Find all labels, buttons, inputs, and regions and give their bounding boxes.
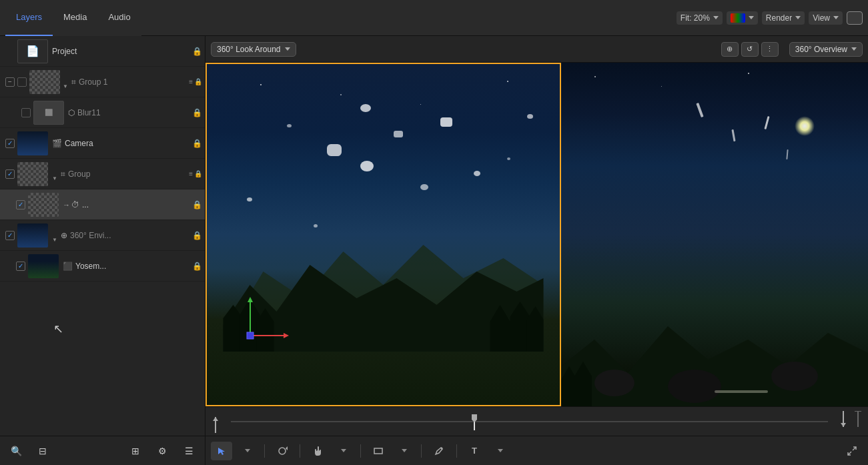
layer-checkbox-group1[interactable]	[17, 77, 27, 87]
layer-tabs: Layers Media Audio	[5, 0, 141, 36]
render-control[interactable]: Render	[762, 11, 805, 25]
layer-checkbox-yosem[interactable]	[16, 262, 25, 271]
particle-6	[247, 197, 252, 201]
svg-marker-29	[286, 446, 288, 450]
canvas-left-bg	[207, 64, 560, 405]
layer-group1[interactable]: − ⌗ Group 1 ≡ 🔒	[0, 67, 205, 97]
color-picker-icon	[731, 13, 745, 23]
layer-checkbox-emitter[interactable]	[16, 200, 25, 209]
particle-3	[394, 131, 403, 137]
layer-project[interactable]: 📄 Project 🔒	[0, 36, 205, 67]
svg-marker-24	[841, 423, 846, 427]
separator-2	[300, 444, 300, 458]
rparticle-2	[731, 129, 735, 141]
color-picker-control[interactable]	[727, 11, 758, 25]
shape-dropdown-btn[interactable]	[393, 442, 414, 460]
svg-point-31	[441, 447, 443, 449]
rotate-ctrl-btn[interactable]: ↺	[741, 42, 759, 57]
layer-yosem[interactable]: ⬛ Yosem... 🔒	[0, 251, 205, 282]
right-view-chevron-icon	[851, 47, 857, 51]
rotate-tool-btn[interactable]	[272, 442, 293, 460]
group-icons: ≡ 🔒	[189, 170, 202, 177]
layer-checkbox-camera[interactable]	[5, 139, 15, 148]
svg-point-14	[594, 370, 634, 396]
layer-checkbox-group[interactable]	[5, 169, 15, 179]
tab-audio[interactable]: Audio	[97, 0, 141, 36]
group1-type-icon: ⌗	[71, 77, 76, 87]
hand-chevron-icon	[341, 449, 346, 452]
render-chevron-icon	[795, 16, 801, 19]
particle-11	[527, 114, 533, 119]
canvas-right-view[interactable]	[561, 63, 868, 406]
layer-thumb-emitter	[28, 193, 59, 217]
layer-camera[interactable]: 🎬 Camera 🔒	[0, 128, 205, 159]
lock-icon-camera: 🔒	[192, 139, 202, 148]
svg-marker-22	[472, 414, 477, 422]
layer-thumb-blur11: ⬜	[33, 101, 64, 125]
canvas-area: 360° Look Around ⊕ ↺ ⋮ 360° Overview	[205, 36, 868, 465]
shape-chevron-icon	[402, 449, 407, 452]
settings-button[interactable]: ⚙	[151, 442, 173, 460]
yosem-type-icon: ⬛	[63, 262, 73, 271]
canvas-split	[205, 63, 868, 406]
layer-thumb-group	[17, 162, 48, 186]
layer-thumb-camera	[17, 131, 48, 155]
fit-control[interactable]: Fit: 20%	[677, 11, 723, 25]
pen-tool-btn[interactable]	[428, 442, 450, 460]
layer-emitter[interactable]: → ⏱ ... 🔒	[0, 189, 205, 220]
layer-thumb-project: 📄	[17, 39, 48, 63]
layer-checkbox-env360[interactable]	[5, 231, 15, 240]
tab-layers[interactable]: Layers	[5, 0, 53, 36]
svg-marker-11	[248, 297, 253, 302]
particle-5	[287, 124, 292, 127]
tab-media[interactable]: Media	[53, 0, 97, 36]
content-area: 📄 Project 🔒 − ⌗ Group 1 ≡ 🔒 ⬜	[0, 36, 868, 465]
emitter-arrow-icon: →	[63, 201, 70, 209]
timeline-bar[interactable]	[231, 421, 828, 422]
right-mountain-silhouette	[561, 273, 868, 406]
lock-icon-blur11: 🔒	[192, 108, 202, 117]
layer-group[interactable]: ⌗ Group ≡ 🔒	[0, 159, 205, 189]
color-chevron-icon	[749, 16, 754, 19]
rparticle-4	[696, 103, 703, 117]
left-view-dropdown[interactable]: 360° Look Around	[211, 42, 296, 57]
hand-dropdown-btn[interactable]	[332, 442, 354, 460]
toolbar-right: Fit: 20% Render View	[677, 11, 863, 25]
text-dropdown-btn[interactable]	[489, 442, 510, 460]
group1-collapse-icon[interactable]: −	[5, 77, 15, 87]
start-marker-icon	[211, 417, 220, 436]
layer-blur11[interactable]: ⬜ ⬡ Blur11 🔒	[0, 97, 205, 128]
shape-tool-btn[interactable]	[368, 442, 389, 460]
canvas-right-bg	[561, 63, 868, 406]
layout-button[interactable]: ⊟	[32, 442, 53, 460]
layer-checkbox-blur11[interactable]	[21, 108, 31, 117]
layout-toggle[interactable]	[847, 11, 863, 25]
right-view-dropdown[interactable]: 360° Overview	[789, 42, 863, 57]
select-tool-btn[interactable]	[211, 442, 232, 460]
list-button[interactable]: ☰	[178, 442, 199, 460]
move-ctrl-btn[interactable]: ⊕	[721, 42, 739, 57]
select-dropdown-btn[interactable]	[236, 442, 258, 460]
env360-type-icon: ⊕	[61, 231, 67, 240]
left-view-chevron-icon	[285, 47, 290, 51]
playhead-icon	[470, 414, 479, 433]
select-icon	[217, 446, 226, 456]
layer-name-camera: Camera	[65, 139, 192, 148]
canvas-left-view[interactable]	[205, 63, 561, 406]
star-1	[260, 84, 262, 85]
emitter-type-icon: ⏱	[71, 200, 79, 209]
svg-rect-30	[374, 448, 382, 454]
hand-tool-btn[interactable]	[307, 442, 328, 460]
more-ctrl-btn[interactable]: ⋮	[761, 42, 779, 57]
canvas-center-controls: ⊕ ↺ ⋮	[721, 42, 779, 57]
end-of-timeline	[853, 411, 863, 432]
view-control[interactable]: View	[809, 11, 843, 25]
search-button[interactable]: 🔍	[5, 442, 27, 460]
transform-expand-btn[interactable]	[841, 442, 863, 460]
transform-handles[interactable]	[237, 296, 290, 352]
layer-env360[interactable]: ⊕ 360° Envi... 🔒	[0, 220, 205, 251]
grid-button[interactable]: ⊞	[125, 442, 146, 460]
text-tool-btn[interactable]: T	[464, 442, 485, 460]
svg-point-28	[279, 448, 286, 454]
view-chevron-icon	[833, 16, 839, 19]
